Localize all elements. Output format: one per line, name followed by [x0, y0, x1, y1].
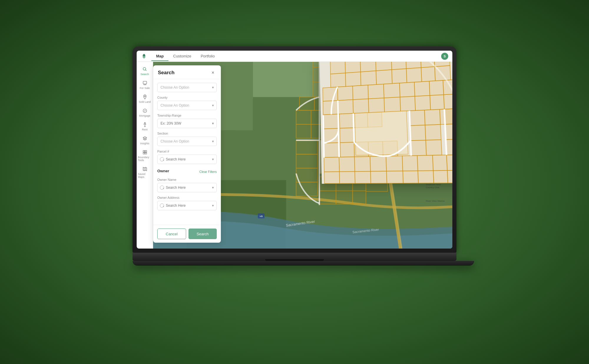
user-avatar[interactable]: S — [441, 53, 448, 60]
svg-rect-149 — [424, 109, 440, 125]
township-field-group: Township-Range ▾ — [157, 114, 217, 128]
owner-address-wrapper: ▾ — [157, 201, 217, 210]
tab-bar: Map Customize Portfolio S — [137, 51, 452, 62]
folded-map — [320, 62, 452, 184]
svg-rect-22 — [253, 62, 320, 97]
panel-body: Choose An Option County Choose An Option — [153, 79, 221, 225]
sidebar-item-rent[interactable]: Rent — [137, 120, 153, 133]
section-label: Section — [157, 132, 217, 135]
owner-name-field-group: Owner Name ▾ — [157, 178, 217, 192]
svg-rect-171 — [355, 171, 371, 183]
laptop-bottom — [133, 261, 474, 266]
svg-rect-131 — [338, 100, 353, 114]
panel-header: Search × — [153, 65, 221, 79]
tab-map[interactable]: Map — [151, 52, 168, 61]
person-icon — [142, 122, 148, 127]
tab-portfolio[interactable]: Portfolio — [196, 52, 219, 61]
sidebar-item-saved-maps[interactable]: Saved Maps — [137, 164, 153, 181]
svg-rect-176 — [433, 171, 448, 183]
svg-rect-138 — [444, 94, 452, 109]
svg-rect-145 — [340, 113, 354, 128]
sidebar-item-insights[interactable]: Insights — [137, 133, 153, 147]
owner-name-label: Owner Name — [157, 178, 217, 181]
owner-name-input[interactable] — [157, 183, 217, 192]
svg-rect-132 — [353, 99, 369, 113]
svg-rect-117 — [392, 69, 407, 84]
parcel-input[interactable] — [157, 155, 217, 164]
saved-maps-icon — [142, 166, 148, 172]
svg-rect-170 — [339, 171, 355, 183]
township-input-wrapper: ▾ — [157, 119, 217, 128]
svg-rect-160 — [324, 157, 339, 172]
svg-rect-2 — [143, 81, 147, 84]
svg-rect-108 — [375, 62, 392, 71]
svg-rect-123 — [353, 85, 368, 100]
svg-rect-158 — [411, 140, 426, 156]
sidebar-item-boundary-tools[interactable]: Boundary Tools — [137, 147, 153, 164]
svg-rect-172 — [370, 171, 387, 183]
owner-address-input[interactable] — [157, 201, 217, 210]
owner-header: Owner Clear Filters — [157, 168, 217, 176]
svg-rect-124 — [368, 84, 384, 99]
search-icon — [142, 67, 148, 72]
panel-title: Search — [158, 70, 175, 76]
svg-rect-15 — [143, 153, 145, 154]
svg-rect-148 — [409, 110, 425, 126]
svg-rect-125 — [383, 83, 400, 98]
svg-rect-118 — [406, 68, 422, 83]
svg-rect-134 — [384, 97, 401, 112]
search-button[interactable]: Search — [188, 229, 217, 239]
close-button[interactable]: × — [210, 70, 216, 76]
boundary-icon — [142, 150, 148, 155]
svg-rect-165 — [402, 155, 418, 171]
svg-rect-151 — [340, 128, 354, 143]
svg-rect-44 — [296, 110, 311, 124]
svg-rect-116 — [376, 70, 392, 85]
svg-rect-152 — [410, 125, 426, 141]
sidebar-item-for-sale[interactable]: For Sale — [137, 78, 153, 92]
search-panel: Search × Choose An Option — [153, 65, 221, 243]
tab-customize[interactable]: Customize — [168, 52, 196, 61]
sidebar-item-mortgage[interactable]: Mortgage — [137, 106, 153, 120]
svg-rect-107 — [360, 62, 376, 72]
folded-map-svg — [320, 62, 452, 184]
svg-rect-163 — [370, 156, 386, 171]
svg-rect-70 — [336, 191, 353, 204]
svg-rect-113 — [330, 73, 346, 87]
svg-rect-60 — [296, 154, 317, 168]
svg-rect-127 — [414, 81, 430, 96]
svg-rect-109 — [391, 62, 406, 70]
type-field-group: Choose An Option — [157, 83, 217, 92]
parcel-field-group: Parcel # ▾ — [157, 150, 217, 164]
svg-rect-141 — [324, 143, 339, 157]
svg-rect-115 — [360, 71, 376, 85]
svg-rect-50 — [296, 124, 311, 138]
svg-rect-166 — [417, 155, 433, 171]
township-input[interactable] — [157, 119, 217, 128]
svg-rect-16 — [145, 153, 146, 154]
svg-rect-14 — [145, 150, 146, 152]
svg-point-6 — [144, 96, 145, 97]
cancel-button[interactable]: Cancel — [157, 229, 186, 239]
section-select[interactable]: Choose An Option — [157, 137, 217, 146]
section-select-wrapper: Choose An Option — [157, 137, 217, 146]
county-select[interactable]: Choose An Option — [157, 101, 217, 110]
sidebar-item-search[interactable]: Search — [137, 64, 153, 78]
clear-filters-button[interactable]: Clear Filters — [199, 170, 217, 173]
svg-rect-177 — [447, 170, 452, 183]
svg-point-12 — [144, 123, 145, 123]
svg-text:River View Marina: River View Marina — [426, 200, 445, 202]
svg-rect-173 — [386, 171, 403, 183]
owner-name-wrapper: ▾ — [157, 183, 217, 192]
parcel-input-wrapper: ▾ — [157, 155, 217, 164]
sidebar-item-sold-land[interactable]: Sold Land — [137, 92, 153, 106]
svg-rect-122 — [337, 86, 353, 100]
tag-icon — [142, 80, 148, 86]
pin-icon — [142, 94, 148, 100]
mortgage-icon — [142, 108, 148, 113]
svg-rect-121 — [323, 87, 338, 101]
owner-address-label: Owner Address — [157, 196, 217, 199]
type-select[interactable]: Choose An Option — [157, 83, 217, 92]
svg-rect-71 — [353, 191, 366, 204]
svg-line-1 — [145, 70, 146, 71]
